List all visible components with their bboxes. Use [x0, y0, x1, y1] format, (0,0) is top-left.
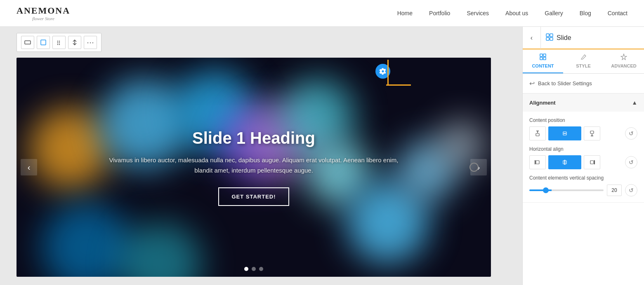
editor-canvas: ⋯ [0, 27, 522, 285]
svg-point-5 [59, 42, 60, 43]
svg-point-4 [57, 42, 58, 43]
move-handle[interactable] [52, 36, 66, 49]
slide-heading: Slide 1 Heading [107, 129, 400, 147]
nav-links: Home Portfolio Services About us Gallery… [397, 9, 627, 17]
slider-dot-2[interactable] [252, 267, 256, 271]
content-position-row: Content position ↺ [529, 117, 637, 140]
alignment-section-title: Alignment [529, 100, 556, 106]
back-to-slider-settings[interactable]: ↩ Back to Slider Settings [523, 74, 644, 93]
nav-about[interactable]: About us [505, 10, 528, 16]
spacing-value: 20 [607, 185, 622, 196]
alignment-toggle-icon: ▲ [632, 99, 637, 106]
resize-small-button[interactable] [21, 36, 34, 49]
back-to-settings-icon: ↩ [529, 79, 535, 87]
logo-main: ANEMONA [17, 5, 70, 16]
editor-toolbar: ⋯ [17, 33, 101, 52]
svg-rect-24 [590, 131, 594, 133]
align-left-button[interactable] [529, 155, 546, 169]
svg-rect-11 [550, 37, 553, 40]
alignment-section-content: Content position ↺ [523, 112, 644, 202]
svg-point-2 [57, 41, 58, 42]
resize-medium-button[interactable] [37, 36, 50, 49]
position-reset-button[interactable]: ↺ [625, 127, 637, 140]
h-align-reset-button[interactable]: ↺ [625, 156, 637, 168]
slider-arrow-left[interactable]: ‹ [21, 159, 37, 175]
slider-dot-1[interactable] [244, 267, 248, 271]
slider-dots [244, 267, 263, 271]
panel-back-button[interactable]: ‹ [523, 27, 541, 49]
svg-rect-8 [546, 34, 549, 37]
reorder-button[interactable] [68, 36, 81, 49]
position-top-button[interactable] [529, 126, 546, 140]
align-center-button[interactable] [548, 155, 581, 169]
right-panel: ‹ Slide [522, 27, 644, 285]
svg-rect-10 [546, 37, 549, 40]
position-bottom-button[interactable] [584, 126, 600, 140]
panel-body: Alignment ▲ Content position [523, 93, 644, 285]
more-options-button[interactable]: ⋯ [84, 36, 97, 49]
panel-title-area: Slide [541, 33, 644, 42]
bokeh-blob-12 [120, 222, 202, 277]
nav-home[interactable]: Home [397, 10, 413, 16]
tab-style-label: STYLE [576, 63, 590, 68]
spacing-slider[interactable] [529, 189, 604, 191]
panel-tabs: CONTENT STYLE ADVANCED [523, 49, 644, 74]
nav-services[interactable]: Services [467, 10, 489, 16]
slide-content: Slide 1 Heading Vivamus in libero auctor… [99, 121, 408, 214]
svg-rect-30 [590, 161, 594, 164]
svg-rect-1 [41, 40, 46, 45]
tab-content[interactable]: CONTENT [523, 49, 563, 73]
panel-title-icon [546, 33, 553, 42]
align-right-button[interactable] [584, 155, 600, 169]
back-to-settings-label: Back to Slider Settings [538, 80, 592, 86]
svg-rect-0 [25, 41, 31, 44]
tab-style[interactable]: STYLE [563, 49, 604, 73]
svg-rect-18 [536, 133, 539, 136]
horizontal-align-label: Horizontal align [529, 146, 637, 152]
logo: ANEMONA flower Store [17, 5, 70, 21]
content-tab-icon [540, 54, 546, 62]
spacing-label: Content elements vertical spacing [529, 175, 637, 181]
svg-rect-14 [540, 57, 543, 60]
nav-portfolio[interactable]: Portfolio [429, 10, 450, 16]
spacing-controls: 20 ↺ [529, 184, 637, 196]
advanced-tab-icon [620, 54, 627, 62]
panel-header: ‹ Slide [523, 27, 644, 49]
svg-rect-15 [543, 57, 546, 60]
svg-rect-13 [543, 54, 546, 56]
tab-advanced-label: ADVANCED [611, 63, 637, 68]
panel-title: Slide [557, 34, 571, 42]
alignment-section: Alignment ▲ Content position [523, 93, 644, 203]
spacing-reset-button[interactable]: ↺ [625, 184, 637, 196]
svg-rect-12 [540, 54, 543, 56]
svg-point-3 [59, 41, 60, 42]
horizontal-align-row: Horizontal align ↺ [529, 146, 637, 169]
yellow-indicator-vertical [387, 60, 389, 84]
content-position-buttons: ↺ [529, 126, 637, 140]
svg-rect-9 [550, 34, 553, 37]
yellow-indicator-horizontal [386, 84, 411, 86]
nav-blog[interactable]: Blog [580, 10, 591, 16]
nav-bar: ANEMONA flower Store Home Portfolio Serv… [0, 0, 644, 27]
slide-cta-button[interactable]: GET STARTED! [218, 187, 289, 206]
position-center-button[interactable] [548, 126, 581, 140]
slider-dot-3[interactable] [259, 267, 263, 271]
slide-body-text: Vivamus in libero auctor, malesuada null… [107, 155, 400, 176]
slider-container: Slide 1 Heading Vivamus in libero auctor… [17, 58, 491, 277]
content-position-label: Content position [529, 117, 637, 123]
logo-sub: flower Store [32, 16, 54, 21]
nav-contact[interactable]: Contact [608, 10, 627, 16]
horizontal-align-buttons: ↺ [529, 155, 637, 169]
svg-point-7 [59, 44, 60, 45]
slide-background: Slide 1 Heading Vivamus in libero auctor… [17, 58, 491, 277]
nav-gallery[interactable]: Gallery [545, 10, 563, 16]
tab-advanced[interactable]: ADVANCED [604, 49, 644, 73]
tab-content-label: CONTENT [532, 63, 554, 68]
svg-point-6 [57, 44, 58, 45]
svg-rect-26 [536, 161, 539, 164]
alignment-section-header[interactable]: Alignment ▲ [523, 93, 644, 112]
style-tab-icon [580, 54, 587, 62]
spacing-row: Content elements vertical spacing 20 ↺ [529, 175, 637, 196]
circle-indicator [469, 163, 479, 172]
main-area: ⋯ [0, 27, 644, 285]
